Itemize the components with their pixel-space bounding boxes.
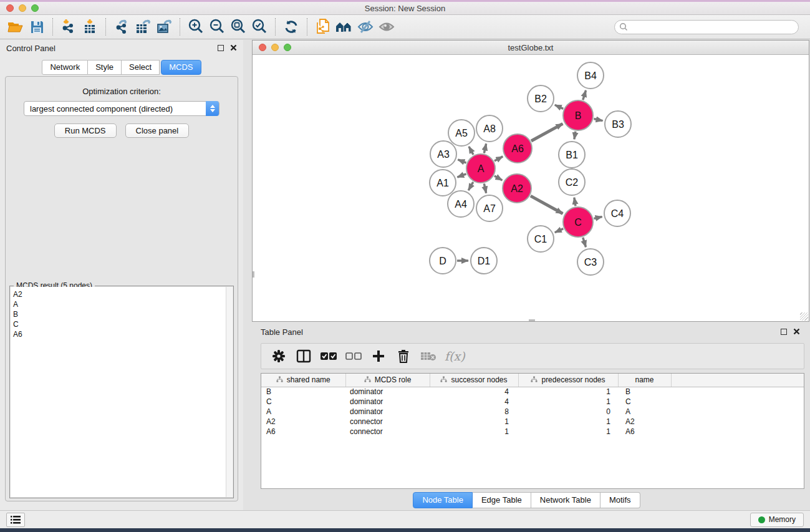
edge-C-C4[interactable] <box>594 216 602 218</box>
edge-A-A3[interactable] <box>458 160 466 163</box>
zoom-selected-icon[interactable] <box>249 17 270 37</box>
edge-A2-C[interactable] <box>531 196 563 213</box>
select-all-icon[interactable] <box>317 346 340 367</box>
table-row[interactable]: A6connector11A6 <box>261 427 804 437</box>
task-history-button[interactable] <box>6 513 25 527</box>
column-header-successor-nodes[interactable]: successor nodes <box>430 374 518 387</box>
split-columns-icon[interactable] <box>292 346 315 367</box>
result-item[interactable]: A <box>13 299 233 309</box>
table-panel-title: Table Panel <box>261 327 303 337</box>
desktop-background-edge <box>0 528 810 532</box>
table-row[interactable]: Cdominator41C <box>261 397 804 407</box>
column-header-name[interactable]: name <box>618 374 671 387</box>
toolbar-separator <box>307 18 307 36</box>
edge-A-A2[interactable] <box>494 176 502 180</box>
save-session-icon[interactable] <box>26 17 47 37</box>
app-titlebar: Session: New Session <box>0 0 810 15</box>
node-label-A5: A5 <box>455 128 468 138</box>
edge-A-A1[interactable] <box>457 174 466 177</box>
result-item[interactable]: A6 <box>13 329 233 339</box>
edge-A-A6[interactable] <box>494 157 503 161</box>
column-header-predecessor-nodes[interactable]: predecessor nodes <box>518 374 618 387</box>
edge-B-B2[interactable] <box>555 105 563 109</box>
search-field[interactable] <box>614 20 799 34</box>
edge-A-A8[interactable] <box>484 143 486 153</box>
import-table-icon[interactable] <box>79 17 100 37</box>
memory-button[interactable]: Memory <box>750 513 804 527</box>
tab-motifs[interactable]: Motifs <box>600 492 640 508</box>
close-panel-icon[interactable] <box>230 42 237 54</box>
export-network-icon[interactable] <box>111 17 132 37</box>
float-panel-icon[interactable] <box>218 45 224 51</box>
network-window-title: testGlobe.txt <box>253 43 809 52</box>
zoom-fit-icon[interactable] <box>228 17 249 37</box>
table-row[interactable]: Adominator80A <box>261 407 804 417</box>
export-table-icon[interactable] <box>132 17 153 37</box>
edge-B-B4[interactable] <box>583 90 586 100</box>
refresh-icon[interactable] <box>281 17 302 37</box>
criterion-dropdown[interactable]: largest connected component (directed) <box>24 101 219 116</box>
show-all-icon[interactable] <box>376 17 397 37</box>
edge-B-B3[interactable] <box>594 119 602 121</box>
memory-status-icon <box>758 516 765 523</box>
node-label-B4: B4 <box>584 70 597 81</box>
add-column-icon[interactable] <box>367 346 390 367</box>
window-resize-grip[interactable] <box>800 312 808 321</box>
edge-B-B1[interactable] <box>574 132 576 140</box>
open-session-icon[interactable] <box>5 17 26 37</box>
edge-A-A5[interactable] <box>469 147 473 155</box>
table-toolbar: f(x) <box>261 343 804 369</box>
table-row[interactable]: A2connector11A2 <box>261 417 804 427</box>
search-icon <box>619 22 628 31</box>
close-panel-button[interactable]: Close panel <box>125 123 190 138</box>
search-input[interactable] <box>628 21 798 32</box>
control-panel-title: Control Panel <box>6 44 55 53</box>
tab-node-table[interactable]: Node Table <box>413 492 473 508</box>
node-label-A: A <box>478 163 485 174</box>
node-label-A4: A4 <box>455 199 467 210</box>
result-scrollbar[interactable] <box>226 287 233 497</box>
edge-A6-B[interactable] <box>531 123 562 141</box>
first-neighbors-icon[interactable] <box>334 17 355 37</box>
hide-selected-icon[interactable] <box>355 17 376 37</box>
gear-icon[interactable] <box>268 346 290 367</box>
tab-edge-table[interactable]: Edge Table <box>473 492 531 508</box>
tab-select[interactable]: Select <box>122 60 160 75</box>
edge-A-A4[interactable] <box>468 182 473 190</box>
node-table-header-row: shared nameMCDS rolesuccessor nodesprede… <box>261 374 804 387</box>
main-toolbar <box>0 15 810 39</box>
zoom-out-icon[interactable] <box>206 17 228 37</box>
tab-style[interactable]: Style <box>88 60 122 75</box>
import-network-icon[interactable] <box>58 17 79 37</box>
network-canvas[interactable]: AA1A2A3A4A5A6A7A8BB1B2B3B4CC1C2C3C4DD1 <box>253 55 809 321</box>
delete-column-icon[interactable] <box>392 346 415 367</box>
canvas-scroll-tick <box>253 271 254 278</box>
edge-A-A7[interactable] <box>484 183 486 193</box>
tab-network-table[interactable]: Network Table <box>531 492 600 508</box>
new-network-icon[interactable] <box>312 17 334 37</box>
edge-C-C3[interactable] <box>583 238 586 247</box>
node-label-A6: A6 <box>511 143 524 154</box>
delete-table-icon[interactable] <box>417 346 440 367</box>
edge-C-C2[interactable] <box>574 198 576 206</box>
export-image-icon[interactable] <box>153 17 175 37</box>
tab-network[interactable]: Network <box>42 60 88 75</box>
result-item[interactable]: C <box>13 319 233 329</box>
zoom-in-icon[interactable] <box>185 17 206 37</box>
column-header-shared-name[interactable]: shared name <box>261 374 345 387</box>
function-builder-icon[interactable]: f(x) <box>445 349 465 363</box>
result-item[interactable]: A2 <box>13 289 233 299</box>
column-header-MCDS-role[interactable]: MCDS role <box>345 374 430 387</box>
deselect-all-icon[interactable] <box>342 346 365 367</box>
network-graph: AA1A2A3A4A5A6A7A8BB1B2B3B4CC1C2C3C4DD1 <box>253 55 809 321</box>
run-mcds-button[interactable]: Run MCDS <box>54 123 117 138</box>
list-icon <box>11 516 21 524</box>
result-item[interactable]: B <box>13 309 233 319</box>
network-window-titlebar[interactable]: testGlobe.txt <box>253 41 809 55</box>
close-table-panel-icon[interactable] <box>793 326 800 337</box>
float-table-panel-icon[interactable] <box>781 329 787 335</box>
tab-mcds[interactable]: MCDS <box>161 60 201 75</box>
memory-label: Memory <box>769 515 796 524</box>
edge-C-C1[interactable] <box>555 229 563 233</box>
table-row[interactable]: Bdominator41B <box>261 387 804 397</box>
